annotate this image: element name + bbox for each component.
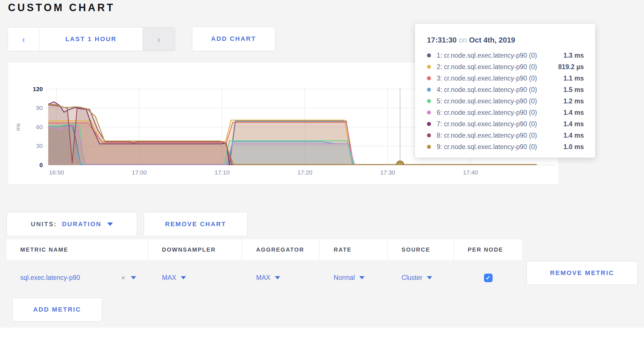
chart-hover-tooltip: 17:31:30 on Oct 4th, 2019 1: cr.node.sql…	[415, 24, 595, 158]
series-label: 7: cr.node.sql.exec.latency-p90 (0)	[437, 120, 563, 128]
y-axis-unit: ms	[15, 123, 21, 131]
chevron-down-icon[interactable]	[131, 276, 136, 279]
series-color-dot	[427, 76, 431, 80]
table-header-cell: AGGREGATOR	[242, 239, 319, 260]
chevron-right-icon: ›	[157, 34, 160, 44]
y-tick-label: 90	[36, 105, 43, 111]
table-header-cell: METRIC NAME	[7, 239, 147, 260]
series-color-dot	[427, 133, 431, 137]
units-label: UNITS:	[31, 220, 57, 228]
chevron-down-icon[interactable]	[359, 276, 364, 279]
series-label: 9: cr.node.sql.exec.latency-p90 (0)	[437, 143, 563, 151]
chevron-down-icon	[107, 222, 113, 226]
y-tick-label: 30	[36, 143, 43, 149]
add-chart-button[interactable]: ADD CHART	[192, 27, 275, 51]
series-label: 3: cr.node.sql.exec.latency-p90 (0)	[437, 75, 563, 82]
tooltip-series-row: 7: cr.node.sql.exec.latency-p90 (0) 1.4 …	[427, 118, 584, 130]
per-node-cell: ✓	[454, 260, 522, 296]
y-tick-label: 120	[33, 86, 43, 92]
series-label: 4: cr.node.sql.exec.latency-p90 (0)	[437, 86, 563, 94]
downsampler-cell: MAX	[148, 260, 242, 296]
table-header-cell	[523, 239, 637, 260]
page-title: CUSTOM CHART	[8, 2, 115, 14]
series-value: 1.2 ms	[563, 97, 584, 105]
x-tick-label: 17:00	[132, 169, 147, 176]
tooltip-on-word: on	[459, 36, 467, 44]
tooltip-date: Oct 4th, 2019	[469, 36, 515, 44]
series-label: 5: cr.node.sql.exec.latency-p90 (0)	[437, 97, 563, 105]
tooltip-series-row: 6: cr.node.sql.exec.latency-p90 (0) 1.4 …	[427, 107, 584, 118]
tooltip-series-row: 4: cr.node.sql.exec.latency-p90 (0) 1.5 …	[427, 84, 584, 95]
clear-metric-icon[interactable]: ×	[121, 274, 125, 282]
time-range-selector: ‹ LAST 1 HOUR ›	[8, 27, 175, 51]
x-tick-label: 17:40	[463, 169, 478, 176]
series-value: 1.4 ms	[563, 109, 584, 117]
tooltip-series-row: 1: cr.node.sql.exec.latency-p90 (0) 1.3 …	[427, 50, 584, 61]
series-color-dot	[427, 53, 431, 57]
y-tick-label: 60	[36, 124, 43, 130]
metric-name-cell: sql.exec.latency-p90 ×	[7, 260, 147, 296]
table-header-cell: SOURCE	[388, 239, 453, 260]
series-color-dot	[427, 88, 431, 92]
rate-cell: Normal	[320, 260, 387, 296]
tooltip-timestamp: 17:31:30 on Oct 4th, 2019	[427, 36, 584, 45]
tooltip-series-list: 1: cr.node.sql.exec.latency-p90 (0) 1.3 …	[427, 50, 584, 153]
series-label: 2: cr.node.sql.exec.latency-p90 (0)	[437, 63, 558, 71]
tooltip-time: 17:31:30	[427, 36, 457, 44]
series-color-dot	[427, 145, 431, 149]
metric-table-row: sql.exec.latency-p90 × MAX MAX Normal Cl…	[7, 260, 637, 296]
units-value: DURATION	[62, 220, 101, 228]
time-range-prev-button[interactable]: ‹	[8, 27, 39, 51]
x-tick-label: 17:30	[380, 169, 395, 176]
series-color-dot	[427, 99, 431, 103]
table-header-cell: DOWNSAMPLER	[148, 239, 242, 260]
series-value: 1.4 ms	[563, 120, 584, 128]
source-value[interactable]: Cluster	[402, 274, 422, 282]
remove-chart-button[interactable]: REMOVE CHART	[144, 212, 248, 236]
chevron-down-icon[interactable]	[275, 276, 280, 279]
chevron-down-icon[interactable]	[181, 276, 186, 279]
add-metric-button[interactable]: ADD METRIC	[12, 298, 102, 322]
series-value: 1.1 ms	[563, 75, 584, 82]
downsampler-value[interactable]: MAX	[162, 274, 176, 282]
remove-metric-button[interactable]: REMOVE METRIC	[526, 261, 638, 285]
series-value: 819.2 µs	[558, 63, 584, 71]
x-tick-label: 16:50	[49, 169, 64, 176]
series-value: 1.0 ms	[563, 143, 584, 151]
series-value: 1.5 ms	[563, 86, 584, 94]
chevron-left-icon: ‹	[22, 34, 25, 44]
per-node-checkbox[interactable]: ✓	[484, 274, 493, 282]
hover-point-dot	[396, 161, 404, 168]
series-color-dot	[427, 111, 431, 115]
tooltip-series-row: 9: cr.node.sql.exec.latency-p90 (0) 1.0 …	[427, 141, 584, 153]
aggregator-cell: MAX	[242, 260, 319, 296]
source-cell: Cluster	[388, 260, 453, 296]
series-label: 1: cr.node.sql.exec.latency-p90 (0)	[437, 52, 563, 59]
aggregator-value[interactable]: MAX	[256, 274, 270, 282]
x-tick-label: 17:20	[297, 169, 313, 176]
series-color-dot	[427, 122, 431, 126]
rate-value[interactable]: Normal	[334, 274, 355, 282]
series-value: 1.4 ms	[563, 132, 584, 139]
footer-strip	[0, 328, 644, 337]
time-range-next-button[interactable]: ›	[143, 27, 175, 51]
metric-table: METRIC NAMEDOWNSAMPLERAGGREGATORRATESOUR…	[7, 239, 637, 296]
metric-table-header: METRIC NAMEDOWNSAMPLERAGGREGATORRATESOUR…	[7, 239, 637, 260]
tooltip-series-row: 8: cr.node.sql.exec.latency-p90 (0) 1.4 …	[427, 130, 584, 141]
series-value: 1.3 ms	[563, 52, 584, 59]
units-dropdown[interactable]: UNITS: DURATION	[7, 212, 137, 236]
tooltip-series-row: 3: cr.node.sql.exec.latency-p90 (0) 1.1 …	[427, 73, 584, 84]
series-label: 8: cr.node.sql.exec.latency-p90 (0)	[437, 132, 563, 139]
x-tick-label: 17:10	[214, 169, 230, 176]
table-header-cell: PER NODE	[454, 239, 522, 260]
series-color-dot	[427, 65, 431, 69]
series-label: 6: cr.node.sql.exec.latency-p90 (0)	[437, 109, 563, 117]
table-header-cell: RATE	[320, 239, 387, 260]
y-tick-label: 0	[39, 162, 43, 168]
tooltip-series-row: 2: cr.node.sql.exec.latency-p90 (0) 819.…	[427, 61, 584, 73]
chevron-down-icon[interactable]	[427, 276, 432, 279]
tooltip-series-row: 5: cr.node.sql.exec.latency-p90 (0) 1.2 …	[427, 95, 584, 107]
actions-cell: REMOVE METRIC	[523, 260, 638, 296]
metric-name-value[interactable]: sql.exec.latency-p90	[20, 274, 80, 282]
time-range-value[interactable]: LAST 1 HOUR	[39, 27, 143, 51]
